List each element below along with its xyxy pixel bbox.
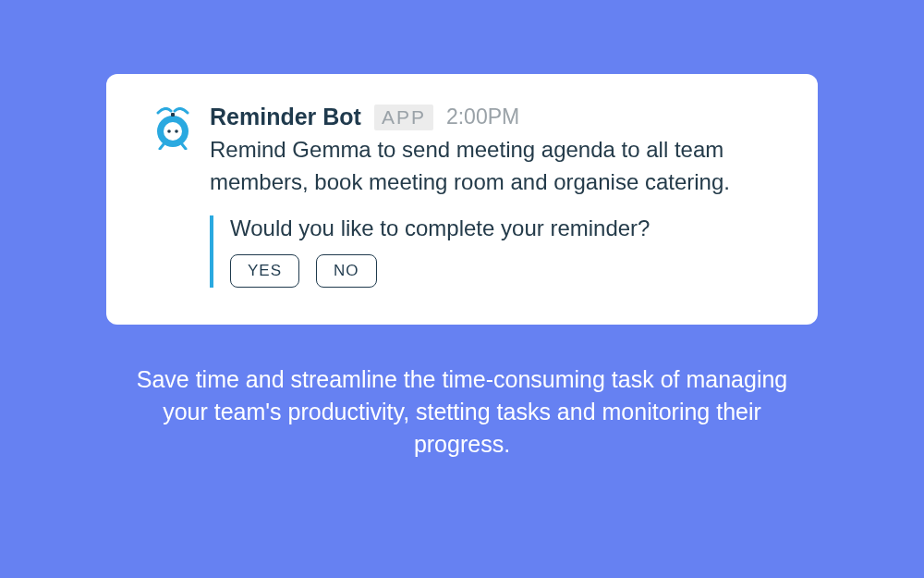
- no-button[interactable]: NO: [316, 254, 377, 288]
- app-badge: APP: [374, 105, 433, 130]
- prompt-text: Would you like to complete your reminder…: [230, 215, 762, 241]
- tagline: Save time and streamline the time-consum…: [120, 363, 804, 461]
- svg-point-3: [167, 129, 171, 133]
- svg-point-1: [164, 122, 182, 141]
- message-header: Reminder Bot APP 2:00PM: [210, 104, 762, 130]
- svg-line-6: [182, 144, 186, 149]
- timestamp: 2:00PM: [446, 105, 519, 129]
- prompt-block: Would you like to complete your reminder…: [210, 215, 762, 288]
- message-content: Reminder Bot APP 2:00PM Remind Gemma to …: [210, 104, 762, 288]
- message-text: Remind Gemma to send meeting agenda to a…: [210, 134, 762, 199]
- button-row: YES NO: [230, 254, 762, 288]
- message-card: Reminder Bot APP 2:00PM Remind Gemma to …: [106, 74, 818, 325]
- yes-button[interactable]: YES: [230, 254, 299, 288]
- bot-avatar: [152, 107, 193, 154]
- bot-name: Reminder Bot: [210, 104, 361, 130]
- svg-line-5: [160, 144, 164, 149]
- svg-rect-2: [171, 113, 175, 117]
- alarm-clock-icon: [152, 137, 193, 153]
- svg-point-4: [175, 129, 178, 133]
